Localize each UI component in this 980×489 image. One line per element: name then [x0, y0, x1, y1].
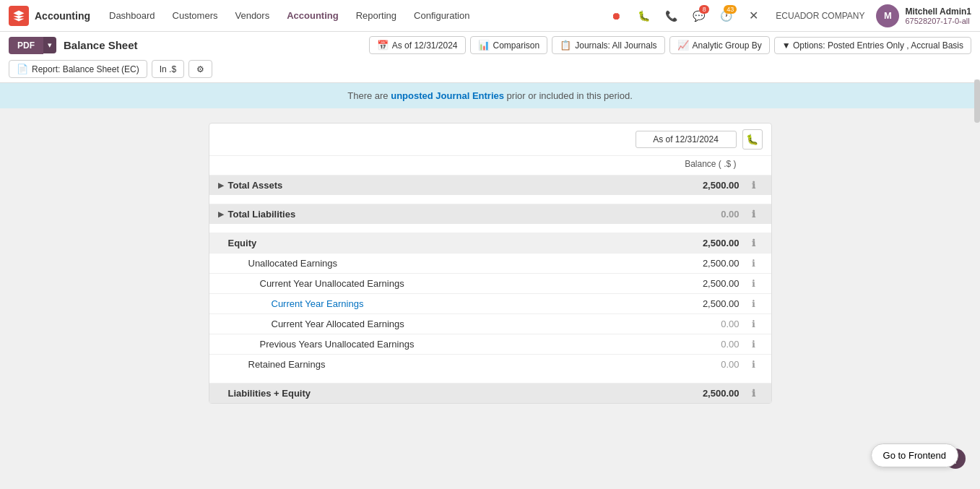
- user-info: Mitchell Admin1 67528207-17-0-all: [905, 7, 971, 25]
- row-label: Equity: [228, 238, 673, 248]
- sub-toolbar: PDF ▾ Balance Sheet 📅 As of 12/31/2024 📊…: [0, 32, 980, 83]
- user-id: 67528207-17-0-all: [905, 17, 971, 25]
- settings-icon: ⚙: [196, 64, 204, 74]
- col-bug-icon[interactable]: 🐛: [742, 129, 763, 150]
- chat-badge: 8: [699, 5, 709, 14]
- nav-icons: ⏺ 🐛 📞 💬 8 🕐 43 ✕ ECUADOR COMPANY M Mitch…: [605, 4, 971, 27]
- chat-icon[interactable]: 💬 8: [688, 5, 709, 27]
- row-value: 0.00: [673, 359, 745, 370]
- row-value: 2,500.00: [673, 258, 745, 269]
- balance-label: Balance ( .$ ): [685, 159, 736, 169]
- nav-reporting[interactable]: Reporting: [349, 7, 404, 24]
- col-date: As of 12/31/2024: [636, 131, 737, 148]
- info-icon[interactable]: ℹ: [745, 258, 763, 269]
- total-assets-row: ▶ Total Assets 2,500.00 ℹ: [209, 175, 771, 195]
- current-year-earnings-row: ▶ Current Year Earnings 2,500.00 ℹ: [209, 293, 771, 313]
- current-year-earnings-link[interactable]: Current Year Earnings: [237, 298, 673, 309]
- notification-text-before: There are: [347, 90, 391, 101]
- column-header: As of 12/31/2024 🐛: [636, 129, 763, 150]
- info-icon[interactable]: ℹ: [745, 359, 763, 370]
- options-filter-icon: ▼: [782, 40, 791, 51]
- info-icon[interactable]: ℹ: [745, 298, 763, 309]
- equity-row: ▶ Equity 2,500.00 ℹ: [209, 233, 771, 253]
- previous-years-unallocated-row: ▶ Previous Years Unallocated Earnings 0.…: [209, 334, 771, 354]
- journals-button[interactable]: 📋 Journals: All Journals: [552, 36, 664, 54]
- info-icon[interactable]: ℹ: [745, 180, 763, 191]
- nav-accounting[interactable]: Accounting: [279, 7, 346, 24]
- row-label: Previous Years Unallocated Earnings: [237, 339, 673, 350]
- total-liabilities-row: ▶ Total Liabilities 0.00 ℹ: [209, 204, 771, 224]
- report-icon: 📄: [17, 64, 28, 74]
- info-icon[interactable]: ℹ: [745, 339, 763, 350]
- goto-frontend-button[interactable]: Go to Frontend: [871, 443, 958, 467]
- row-value: 0.00: [673, 319, 745, 329]
- row-value: 0.00: [673, 339, 745, 350]
- row-label: Total Liabilities: [228, 209, 673, 220]
- main-content: As of 12/31/2024 🐛 Balance ( .$ ) ▶ Tota…: [0, 108, 980, 488]
- nav-vendors[interactable]: Vendors: [227, 7, 277, 24]
- report-button[interactable]: 📄 Report: Balance Sheet (EC): [9, 60, 147, 78]
- user-name: Mitchell Admin1: [905, 7, 971, 17]
- row-label: Retained Earnings: [237, 359, 673, 370]
- info-icon[interactable]: ℹ: [745, 388, 763, 399]
- goto-frontend-container: Go to Frontend ⋮: [945, 449, 966, 469]
- recording-icon[interactable]: ⏺: [605, 5, 627, 27]
- bug-icon[interactable]: 🐛: [633, 5, 654, 27]
- info-icon[interactable]: ℹ: [745, 209, 763, 220]
- row-label: Total Assets: [228, 180, 673, 191]
- notification-bar: There are unposted Journal Entries prior…: [0, 83, 980, 108]
- company-name: ECUADOR COMPANY: [776, 11, 864, 21]
- report-label: Report: Balance Sheet (EC): [32, 64, 139, 74]
- pdf-button[interactable]: PDF: [9, 37, 43, 54]
- comparison-label: Comparison: [493, 40, 540, 51]
- nav-customers[interactable]: Customers: [165, 7, 225, 24]
- row-label: Liabilities + Equity: [228, 388, 673, 399]
- phone-icon[interactable]: 📞: [660, 5, 682, 27]
- spacer: [209, 374, 771, 383]
- currency-button[interactable]: In .$: [152, 60, 184, 78]
- analytic-group-by-button[interactable]: 📈 Analytic Group By: [669, 36, 770, 54]
- app-logo: [9, 6, 29, 26]
- activity-icon[interactable]: 🕐 43: [715, 5, 737, 27]
- info-icon[interactable]: ℹ: [745, 319, 763, 329]
- pdf-btn-group: PDF ▾: [9, 37, 56, 54]
- liabilities-equity-row: ▶ Liabilities + Equity 2,500.00 ℹ: [209, 383, 771, 403]
- options-label: Options: Posted Entries Only , Accrual B…: [793, 40, 963, 51]
- date-filter-label: As of 12/31/2024: [392, 40, 458, 51]
- pdf-caret-button[interactable]: ▾: [43, 37, 56, 53]
- chart-icon: 📊: [478, 40, 490, 51]
- top-navigation: Accounting Dashboard Customers Vendors A…: [0, 0, 980, 32]
- app-name: Accounting: [35, 10, 90, 22]
- nav-configuration[interactable]: Configuration: [407, 7, 477, 24]
- row-value: 2,500.00: [673, 298, 745, 309]
- activity-badge: 43: [724, 5, 737, 14]
- unallocated-earnings-row: ▶ Unallocated Earnings 2,500.00 ℹ: [209, 253, 771, 273]
- current-year-unallocated-row: ▶ Current Year Unallocated Earnings 2,50…: [209, 273, 771, 293]
- avatar: M: [876, 4, 899, 27]
- expand-icon[interactable]: ▶: [218, 210, 224, 218]
- info-icon[interactable]: ℹ: [745, 238, 763, 248]
- expand-icon[interactable]: ▶: [218, 181, 224, 189]
- page-title: Balance Sheet: [64, 39, 138, 51]
- row-label: Current Year Allocated Earnings: [237, 319, 673, 329]
- info-icon[interactable]: ℹ: [745, 278, 763, 289]
- report-container: As of 12/31/2024 🐛 Balance ( .$ ) ▶ Tota…: [209, 123, 772, 404]
- settings-button[interactable]: ⚙: [188, 60, 212, 78]
- options-button[interactable]: ▼ Options: Posted Entries Only , Accrual…: [774, 37, 971, 54]
- scrollbar-thumb[interactable]: [974, 79, 980, 123]
- comparison-button[interactable]: 📊 Comparison: [470, 36, 548, 54]
- scrollbar-track: [974, 79, 980, 488]
- analytic-icon: 📈: [677, 40, 689, 51]
- report-header: As of 12/31/2024 🐛: [209, 124, 771, 156]
- current-year-allocated-row: ▶ Current Year Allocated Earnings 0.00 ℹ: [209, 313, 771, 334]
- journals-label: Journals: All Journals: [575, 40, 656, 51]
- row-value: 0.00: [673, 209, 745, 220]
- notification-link[interactable]: unposted Journal Entries: [391, 90, 504, 101]
- calendar-icon: 📅: [377, 40, 389, 51]
- close-icon[interactable]: ✕: [742, 5, 764, 27]
- date-filter-button[interactable]: 📅 As of 12/31/2024: [369, 36, 466, 54]
- spacer: [209, 224, 771, 233]
- balance-label-row: Balance ( .$ ): [209, 156, 771, 175]
- nav-dashboard[interactable]: Dashboard: [102, 7, 162, 24]
- retained-earnings-row: ▶ Retained Earnings 0.00 ℹ: [209, 354, 771, 374]
